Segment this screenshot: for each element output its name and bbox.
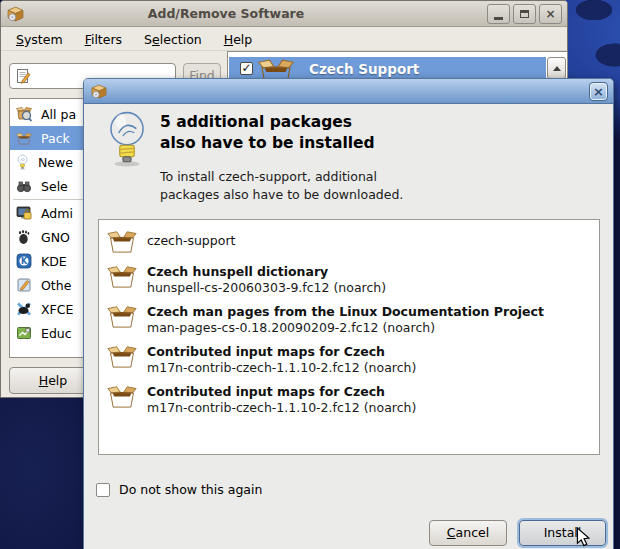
close-icon: × bbox=[545, 7, 555, 21]
install-button[interactable]: Install bbox=[519, 520, 606, 546]
scrollbar-up-button[interactable] bbox=[547, 57, 566, 79]
menu-filters[interactable]: Filters bbox=[74, 29, 133, 50]
main-window-titlebar[interactable]: Add/Remove Software × bbox=[1, 1, 567, 27]
package-list-item[interactable]: Czech hunspell dictionary hunspell-cs-20… bbox=[105, 262, 593, 298]
other-desktops-icon bbox=[16, 277, 32, 293]
package-icon bbox=[107, 265, 137, 288]
package-list-item[interactable]: czech-support bbox=[105, 226, 593, 256]
package-icon bbox=[107, 230, 137, 253]
package-icon bbox=[107, 345, 137, 368]
do-not-show-again-option[interactable]: Do not show this again bbox=[96, 482, 262, 497]
package-icon bbox=[107, 305, 137, 328]
menu-selection[interactable]: Selection bbox=[133, 29, 213, 50]
menu-help[interactable]: Help bbox=[213, 29, 264, 50]
window-title: Add/Remove Software bbox=[91, 6, 361, 21]
package-collections-icon bbox=[16, 132, 32, 145]
dialog-heading: 5 additional packages also have to be in… bbox=[160, 112, 375, 154]
result-package-name: Czech Support bbox=[309, 61, 419, 77]
package-list-item[interactable]: Contributed input maps for Czech m17n-co… bbox=[105, 382, 593, 418]
dialog-app-icon bbox=[91, 83, 107, 99]
package-icon bbox=[107, 385, 137, 408]
gnome-desktop-icon bbox=[16, 229, 32, 245]
dialog-message: To install czech-support, additional pac… bbox=[160, 168, 403, 204]
package-list-item[interactable]: Czech man pages from the Linux Documenta… bbox=[105, 302, 593, 338]
minimize-button[interactable] bbox=[487, 4, 510, 24]
desktop-background: Add/Remove Software × System Filters Sel… bbox=[0, 0, 620, 549]
app-package-icon bbox=[7, 5, 24, 22]
additional-packages-dialog: × 5 additional packages also have to be … bbox=[83, 78, 614, 549]
search-entry-icon bbox=[15, 68, 31, 84]
cancel-button[interactable]: Cancel bbox=[429, 520, 507, 546]
additional-packages-list: czech-support Czech hunspell dictionary … bbox=[98, 219, 600, 455]
newest-packages-icon bbox=[16, 154, 29, 170]
administration-icon bbox=[16, 205, 32, 221]
close-icon: × bbox=[593, 84, 604, 99]
education-icon bbox=[16, 325, 32, 341]
package-list-item[interactable]: Contributed input maps for Czech m17n-co… bbox=[105, 342, 593, 378]
maximize-button[interactable] bbox=[513, 4, 536, 24]
menu-system[interactable]: System bbox=[5, 29, 74, 50]
maximize-icon bbox=[520, 10, 529, 18]
mouse-cursor bbox=[576, 527, 590, 547]
arrow-up-icon bbox=[553, 66, 561, 71]
selected-packages-icon bbox=[16, 178, 32, 194]
close-button[interactable]: × bbox=[539, 4, 562, 24]
minimize-icon bbox=[494, 17, 503, 20]
kde-desktop-icon bbox=[16, 253, 32, 269]
dialog-titlebar[interactable]: × bbox=[84, 79, 613, 104]
do-not-show-again-checkbox[interactable] bbox=[96, 483, 110, 497]
menubar: System Filters Selection Help bbox=[1, 28, 567, 51]
checkbox-label: Do not show this again bbox=[119, 482, 262, 497]
lightbulb-icon bbox=[104, 109, 150, 167]
dialog-close-button[interactable]: × bbox=[589, 82, 608, 101]
xfce-desktop-icon bbox=[16, 301, 32, 317]
all-packages-icon bbox=[16, 106, 32, 122]
package-checkbox-checked[interactable]: ✓ bbox=[240, 62, 253, 75]
